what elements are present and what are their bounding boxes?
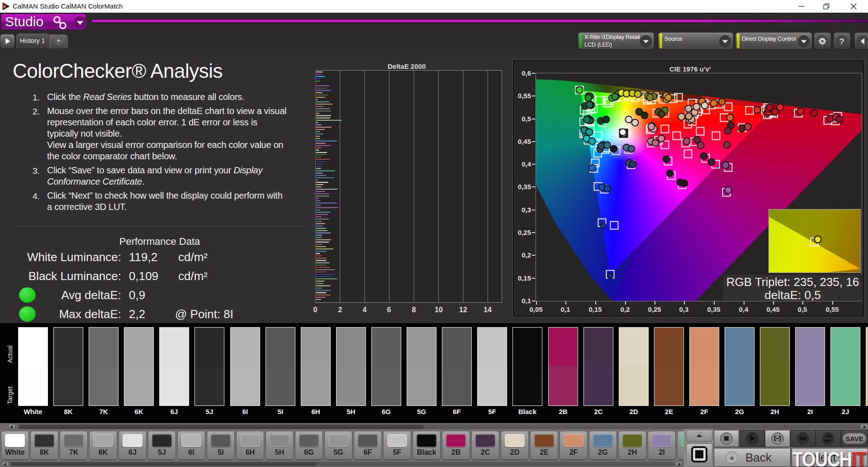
svg-text:?: ? bbox=[839, 37, 844, 46]
svg-text:5: 5 bbox=[4, 5, 5, 8]
svg-text:«: « bbox=[730, 453, 734, 462]
